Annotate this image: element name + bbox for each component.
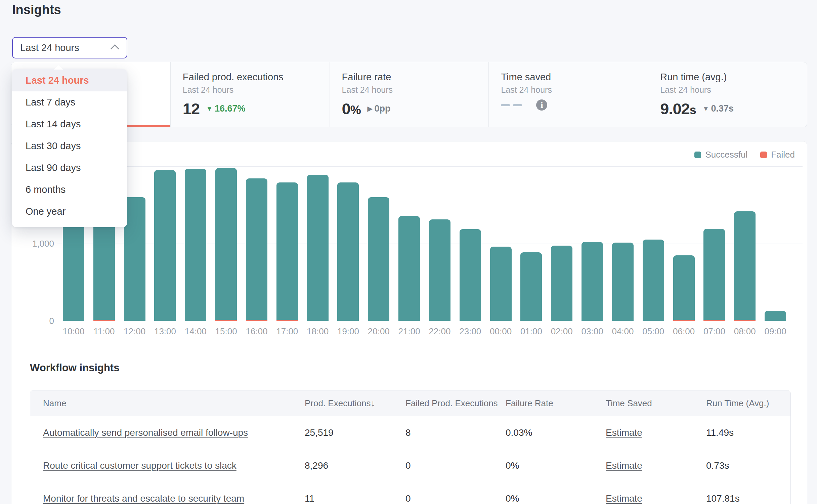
- bar-22:00: [429, 219, 450, 321]
- x-axis-tick-label: 21:00: [392, 326, 426, 337]
- card-delta: ▼0.37s: [703, 103, 734, 114]
- bar-failed-segment: [734, 320, 756, 321]
- summary-card-failure-rate[interactable]: Failure rateLast 24 hours0%▶0pp: [330, 62, 489, 127]
- time-range-option-last-14-days[interactable]: Last 14 days: [12, 113, 127, 135]
- bar-successful-segment: [215, 168, 237, 320]
- card-title: Failed prod. executions: [183, 72, 330, 83]
- bar-00:00: [490, 247, 512, 321]
- summary-card-run-time-avg-[interactable]: Run time (avg.)Last 24 hours9.02s▼0.37s: [648, 62, 807, 127]
- bar-successful-segment: [93, 218, 115, 320]
- card-value: 0%: [342, 99, 361, 118]
- x-axis-tick-label: 14:00: [179, 326, 212, 337]
- bar-failed-segment: [93, 320, 115, 321]
- estimate-link[interactable]: Estimate: [606, 427, 642, 438]
- bar-successful-segment: [429, 219, 450, 321]
- time-range-option-6-months[interactable]: 6 months: [12, 179, 127, 201]
- x-axis-tick-label: 04:00: [606, 326, 640, 337]
- bar-successful-segment: [185, 169, 206, 321]
- cell-failure-rate: 0.03%: [506, 427, 606, 438]
- x-axis-tick-label: 00:00: [484, 326, 518, 337]
- no-data-dashes: [501, 104, 522, 106]
- bar-successful-segment: [551, 246, 572, 321]
- card-subtitle: Last 24 hours: [501, 85, 648, 95]
- bar-successful-segment: [63, 216, 84, 321]
- x-axis-tick-label: 16:00: [240, 326, 273, 337]
- bar-05:00: [643, 240, 664, 321]
- table-row: Automatically send personalised email fo…: [30, 416, 790, 449]
- bar-12:00: [124, 197, 145, 321]
- bar-successful-segment: [643, 240, 664, 321]
- bar-successful-segment: [337, 182, 359, 321]
- time-range-option-last-90-days[interactable]: Last 90 days: [12, 157, 127, 179]
- bar-01:00: [520, 252, 542, 321]
- chart-legend: SuccessfulFailed: [694, 150, 795, 160]
- bar-20:00: [368, 197, 389, 321]
- time-range-option-last-24-hours[interactable]: Last 24 hours: [12, 69, 127, 91]
- chevron-up-icon: [111, 44, 119, 53]
- bar-08:00: [734, 211, 756, 321]
- column-header-name[interactable]: Name: [30, 398, 305, 409]
- summary-card-failed-prod-executions[interactable]: Failed prod. executionsLast 24 hours12▼1…: [171, 62, 330, 127]
- bar-successful-segment: [765, 311, 786, 321]
- x-axis-tick-label: 23:00: [454, 326, 487, 337]
- x-axis-tick-label: 10:00: [57, 326, 90, 337]
- card-subtitle: Last 24 hours: [183, 85, 330, 95]
- y-axis-tick-label: 0: [11, 316, 54, 326]
- x-axis-tick-label: 19:00: [331, 326, 365, 337]
- insights-panel: SuccessfulFailed 01,0002,00010:0011:0012…: [11, 141, 807, 504]
- info-icon[interactable]: [536, 99, 547, 111]
- legend-swatch-successful: [694, 152, 701, 158]
- x-axis-tick-label: 07:00: [697, 326, 731, 337]
- cell-failure-rate: 0%: [506, 493, 606, 504]
- bar-successful-segment: [154, 170, 176, 321]
- bar-02:00: [551, 246, 572, 321]
- column-header-failure-rate[interactable]: Failure Rate: [506, 398, 606, 409]
- cell-prod-executions: 11: [305, 493, 405, 504]
- card-delta: ▶0pp: [368, 103, 391, 114]
- column-header-failed-prod-executions[interactable]: Failed Prod. Executions: [405, 398, 506, 409]
- workflow-name-link[interactable]: Route critical customer support tickets …: [43, 460, 236, 471]
- x-axis-tick-label: 11:00: [87, 326, 121, 337]
- bar-17:00: [276, 182, 298, 321]
- bar-failed-segment: [703, 320, 725, 321]
- workflow-name-link[interactable]: Automatically send personalised email fo…: [43, 427, 248, 438]
- legend-item-failed[interactable]: Failed: [760, 150, 795, 160]
- x-axis-tick-label: 03:00: [575, 326, 609, 337]
- bar-15:00: [215, 168, 237, 321]
- bar-successful-segment: [368, 197, 389, 321]
- bar-failed-segment: [246, 320, 267, 321]
- dropdown-notch: [54, 65, 63, 70]
- card-value: 9.02s: [660, 99, 696, 118]
- workflow-name-link[interactable]: Monitor for threats and escalate to secu…: [43, 493, 244, 504]
- estimate-link[interactable]: Estimate: [606, 493, 642, 504]
- time-range-option-last-7-days[interactable]: Last 7 days: [12, 91, 127, 113]
- bar-successful-segment: [460, 229, 481, 321]
- workflow-insights-heading: Workflow insights: [30, 362, 119, 374]
- x-axis-tick-label: 02:00: [545, 326, 578, 337]
- column-header-run-time-avg-[interactable]: Run Time (Avg.): [706, 398, 790, 409]
- bar-18:00: [307, 175, 329, 321]
- cell-prod-executions: 25,519: [305, 427, 405, 438]
- bar-06:00: [673, 255, 695, 321]
- column-header-prod-executions[interactable]: Prod. Executions↓: [305, 398, 405, 409]
- time-range-option-last-30-days[interactable]: Last 30 days: [12, 135, 127, 157]
- cell-failed-prod-executions: 0: [405, 460, 506, 471]
- time-range-dropdown-menu: Last 24 hoursLast 7 daysLast 14 daysLast…: [12, 69, 127, 227]
- time-range-selected-value: Last 24 hours: [20, 42, 79, 53]
- summary-cards-row: Failed prod. executionsLast 24 hours12▼1…: [11, 62, 807, 127]
- card-title: Run time (avg.): [660, 72, 807, 83]
- bar-03:00: [582, 242, 603, 321]
- summary-card-time-saved[interactable]: Time savedLast 24 hours: [489, 62, 648, 127]
- legend-item-successful[interactable]: Successful: [694, 150, 747, 160]
- time-range-option-one-year[interactable]: One year: [12, 201, 127, 222]
- card-subtitle: Last 24 hours: [660, 85, 807, 95]
- delta-down-triangle-icon: ▼: [703, 105, 709, 113]
- bar-successful-segment: [124, 197, 145, 321]
- estimate-link[interactable]: Estimate: [606, 460, 642, 471]
- column-header-time-saved[interactable]: Time Saved: [606, 398, 706, 409]
- bar-failed-segment: [673, 320, 695, 321]
- card-subtitle: Last 24 hours: [342, 85, 489, 95]
- time-range-select[interactable]: Last 24 hours: [12, 37, 127, 58]
- delta-right-triangle-icon: ▶: [368, 105, 373, 113]
- bar-successful-segment: [734, 211, 756, 320]
